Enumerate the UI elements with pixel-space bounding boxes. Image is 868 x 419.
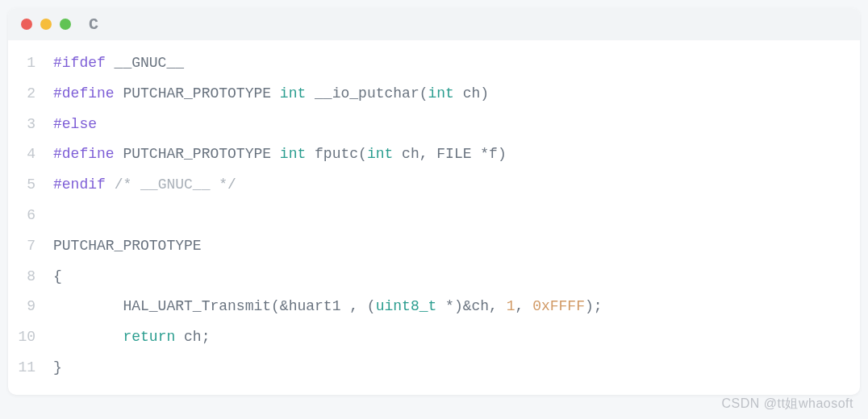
token-punc: { xyxy=(53,268,62,284)
code-line: 8{ xyxy=(8,262,860,292)
token-plain: fputc( xyxy=(306,146,367,162)
code-line: 3#else xyxy=(8,110,860,140)
language-label: C xyxy=(89,15,99,34)
code-content: #ifdef __GNUC__ xyxy=(53,48,184,79)
minimize-icon[interactable] xyxy=(40,19,52,30)
token-number: 1 xyxy=(507,298,515,314)
token-type: int xyxy=(367,146,393,162)
code-line: 9 HAL_UART_Transmit(&huart1 , (uint8_t *… xyxy=(8,292,860,322)
line-number: 3 xyxy=(8,110,53,140)
token-punc: } xyxy=(53,359,62,375)
token-type: int xyxy=(428,85,454,102)
code-line: 10 return ch; xyxy=(8,322,860,353)
token-preproc: #define xyxy=(53,146,115,162)
traffic-lights xyxy=(21,19,71,30)
code-content: return ch; xyxy=(53,322,210,353)
line-number: 1 xyxy=(8,48,53,79)
token-type: int xyxy=(280,85,306,102)
code-content: #define PUTCHAR_PROTOTYPE int fputc(int … xyxy=(53,139,507,170)
token-plain: ch) xyxy=(454,85,489,102)
line-number: 9 xyxy=(8,292,53,322)
line-number: 5 xyxy=(8,170,53,201)
code-line: 11} xyxy=(8,353,860,384)
code-content: #else xyxy=(53,110,97,140)
token-preproc: #else xyxy=(53,116,97,132)
code-line: 5#endif /* __GNUC__ */ xyxy=(8,170,860,201)
line-number: 2 xyxy=(8,79,53,110)
titlebar: C xyxy=(8,8,860,40)
token-preproc: #define xyxy=(53,85,115,102)
code-content: PUTCHAR_PROTOTYPE xyxy=(53,231,202,262)
token-plain: PUTCHAR_PROTOTYPE xyxy=(115,85,280,102)
token-plain: , xyxy=(515,298,533,314)
zoom-icon[interactable] xyxy=(60,19,71,30)
token-plain: ); xyxy=(585,298,603,314)
token-plain: PUTCHAR_PROTOTYPE xyxy=(53,238,202,254)
token-preproc: #endif xyxy=(53,176,106,193)
token-type: int xyxy=(280,146,306,162)
code-content: #endif /* __GNUC__ */ xyxy=(53,170,236,201)
code-line: 1#ifdef __GNUC__ xyxy=(8,48,860,79)
token-number: 0xFFFF xyxy=(532,298,585,314)
token-plain xyxy=(106,176,115,193)
code-content: #define PUTCHAR_PROTOTYPE int __io_putch… xyxy=(53,79,489,110)
token-type: uint8_t xyxy=(376,298,437,314)
line-number: 10 xyxy=(8,322,53,353)
token-plain: __GNUC__ xyxy=(106,55,184,71)
code-line: 4#define PUTCHAR_PROTOTYPE int fputc(int… xyxy=(8,139,860,170)
token-plain: ch; xyxy=(175,329,210,345)
code-content: HAL_UART_Transmit(&huart1 , (uint8_t *)&… xyxy=(53,292,603,322)
code-window: C 1#ifdef __GNUC__2#define PUTCHAR_PROTO… xyxy=(8,8,860,395)
line-number: 11 xyxy=(8,353,53,384)
token-plain: PUTCHAR_PROTOTYPE xyxy=(115,146,280,162)
code-content: } xyxy=(53,353,62,384)
line-number: 6 xyxy=(8,201,53,231)
line-number: 8 xyxy=(8,262,53,292)
token-preproc: #ifdef xyxy=(53,55,106,71)
watermark: CSDN @tt姐whaosoft xyxy=(722,396,853,403)
token-plain xyxy=(53,329,123,345)
line-number: 4 xyxy=(8,139,53,170)
code-line: 2#define PUTCHAR_PROTOTYPE int __io_putc… xyxy=(8,79,860,110)
token-plain: HAL_UART_Transmit(&huart1 , ( xyxy=(53,298,376,314)
token-plain: __io_putchar( xyxy=(306,85,428,102)
code-area: 1#ifdef __GNUC__2#define PUTCHAR_PROTOTY… xyxy=(8,40,860,395)
code-line: 6 xyxy=(8,201,860,231)
code-line: 7PUTCHAR_PROTOTYPE xyxy=(8,231,860,262)
code-content: { xyxy=(53,262,62,292)
line-number: 7 xyxy=(8,231,53,262)
token-comment: /* __GNUC__ */ xyxy=(115,176,236,193)
token-plain: ch, FILE *f) xyxy=(393,146,506,162)
token-plain: *)&ch, xyxy=(436,298,506,314)
close-icon[interactable] xyxy=(21,19,32,30)
token-return: return xyxy=(123,329,175,345)
